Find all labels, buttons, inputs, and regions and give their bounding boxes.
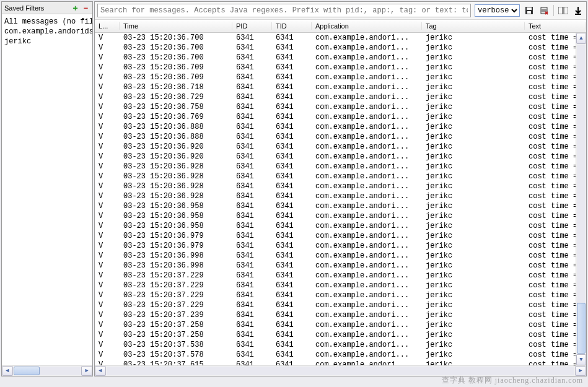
scroll-thumb-v[interactable] bbox=[577, 303, 586, 354]
table-row[interactable]: V03-23 15:20:36.92863416341com.example.a… bbox=[95, 181, 576, 191]
filter-list[interactable]: All messages (no filt com.example.andori… bbox=[2, 14, 92, 365]
table-row[interactable]: V03-23 15:20:36.70063416341com.example.a… bbox=[95, 43, 576, 53]
log-level-select[interactable]: verbose bbox=[475, 4, 520, 17]
table-row[interactable]: V03-23 15:20:36.95863416341com.example.a… bbox=[95, 221, 576, 231]
log-tag: jerikc bbox=[422, 142, 525, 151]
scroll-left-icon[interactable]: ◄ bbox=[2, 366, 13, 376]
table-row[interactable]: V03-23 15:20:37.61563416341com.example.a… bbox=[95, 360, 576, 365]
clear-log-icon[interactable] bbox=[538, 5, 550, 16]
log-tid: 6341 bbox=[272, 133, 312, 141]
scroll-left-icon[interactable]: ◄ bbox=[95, 366, 106, 376]
toggle-columns-icon[interactable] bbox=[558, 5, 569, 16]
table-row[interactable]: V03-23 15:20:36.92063416341com.example.a… bbox=[95, 152, 576, 162]
scroll-track-v[interactable] bbox=[577, 45, 586, 354]
log-pid: 6341 bbox=[232, 73, 272, 82]
log-tag: jerikc bbox=[422, 162, 525, 171]
table-row[interactable]: V03-23 15:20:37.22963416341com.example.a… bbox=[95, 300, 576, 310]
table-row[interactable]: V03-23 15:20:36.99863416341com.example.a… bbox=[95, 261, 576, 271]
remove-filter-icon[interactable]: － bbox=[82, 4, 90, 12]
col-application[interactable]: Application bbox=[312, 22, 422, 30]
table-row[interactable]: V03-23 15:20:36.97963416341com.example.a… bbox=[95, 241, 576, 251]
scroll-down-icon[interactable]: ▼ bbox=[576, 354, 586, 365]
col-tid[interactable]: TID bbox=[272, 22, 312, 30]
log-time: 03-23 15:20:37.258 bbox=[120, 321, 232, 329]
add-filter-icon[interactable]: ＋ bbox=[71, 4, 79, 12]
log-pid: 6341 bbox=[232, 43, 272, 52]
log-vertical-scrollbar[interactable]: ▲ ▼ bbox=[576, 33, 586, 365]
table-row[interactable]: V03-23 15:20:36.88863416341com.example.a… bbox=[95, 122, 576, 132]
log-level: V bbox=[95, 331, 120, 339]
table-row[interactable]: V03-23 15:20:36.99863416341com.example.a… bbox=[95, 251, 576, 261]
scroll-lock-icon[interactable] bbox=[573, 5, 584, 16]
table-row[interactable]: V03-23 15:20:36.72963416341com.example.a… bbox=[95, 92, 576, 102]
table-row[interactable]: V03-23 15:20:36.70963416341com.example.a… bbox=[95, 63, 576, 72]
table-row[interactable]: V03-23 15:20:36.92063416341com.example.a… bbox=[95, 142, 576, 152]
table-row[interactable]: V03-23 15:20:37.25863416341com.example.a… bbox=[95, 320, 576, 330]
table-row[interactable]: V03-23 15:20:36.92863416341com.example.a… bbox=[95, 172, 576, 181]
log-time: 03-23 15:20:36.958 bbox=[120, 222, 232, 230]
table-row[interactable]: V03-23 15:20:37.22963416341com.example.a… bbox=[95, 280, 576, 290]
log-application: com.example.andori... bbox=[312, 142, 422, 151]
table-row[interactable]: V03-23 15:20:36.97963416341com.example.a… bbox=[95, 231, 576, 241]
table-row[interactable]: V03-23 15:20:36.70963416341com.example.a… bbox=[95, 72, 576, 82]
log-tag: jerikc bbox=[422, 350, 525, 359]
save-log-icon[interactable] bbox=[524, 5, 535, 16]
log-pid: 6341 bbox=[232, 251, 272, 260]
scroll-up-icon[interactable]: ▲ bbox=[576, 33, 586, 44]
log-pid: 6341 bbox=[232, 291, 272, 300]
table-row[interactable]: V03-23 15:20:36.88863416341com.example.a… bbox=[95, 132, 576, 142]
log-horizontal-scrollbar[interactable]: ◄ ► bbox=[95, 365, 586, 376]
table-row[interactable]: V03-23 15:20:37.53863416341com.example.a… bbox=[95, 340, 576, 350]
log-tid: 6341 bbox=[272, 142, 312, 151]
log-time: 03-23 15:20:37.229 bbox=[120, 301, 232, 310]
log-level: V bbox=[95, 103, 120, 111]
table-row[interactable]: V03-23 15:20:37.25863416341com.example.a… bbox=[95, 330, 576, 340]
scroll-track[interactable] bbox=[14, 367, 81, 375]
col-level[interactable]: L... bbox=[95, 22, 120, 30]
saved-filters-sidebar: Saved Filters ＋ － All messages (no filt … bbox=[1, 1, 93, 376]
log-application: com.example.andori... bbox=[312, 232, 422, 240]
table-row[interactable]: V03-23 15:20:36.95863416341com.example.a… bbox=[95, 211, 576, 221]
log-tid: 6341 bbox=[272, 63, 312, 72]
log-tag: jerikc bbox=[422, 93, 525, 102]
table-row[interactable]: V03-23 15:20:36.92863416341com.example.a… bbox=[95, 162, 576, 172]
col-text[interactable]: Text bbox=[525, 22, 586, 30]
log-application: com.example.andori... bbox=[312, 152, 422, 161]
filter-item-app[interactable]: com.example.andoridst bbox=[2, 27, 92, 37]
log-tid: 6341 bbox=[272, 162, 312, 171]
table-row[interactable]: V03-23 15:20:36.71863416341com.example.a… bbox=[95, 82, 576, 92]
scroll-right-icon[interactable]: ► bbox=[81, 366, 92, 376]
table-row[interactable]: V03-23 15:20:37.22963416341com.example.a… bbox=[95, 271, 576, 280]
table-row[interactable]: V03-23 15:20:37.22963416341com.example.a… bbox=[95, 290, 576, 300]
table-row[interactable]: V03-23 15:20:37.23963416341com.example.a… bbox=[95, 310, 576, 320]
log-text: cost time = 1 bbox=[525, 212, 576, 220]
scroll-right-icon[interactable]: ► bbox=[575, 366, 586, 376]
log-time: 03-23 15:20:36.729 bbox=[120, 93, 232, 102]
log-level: V bbox=[95, 241, 120, 250]
table-body[interactable]: V03-23 15:20:36.70063416341com.example.a… bbox=[95, 33, 576, 365]
table-row[interactable]: V03-23 15:20:36.92863416341com.example.a… bbox=[95, 191, 576, 201]
search-input[interactable] bbox=[97, 4, 471, 17]
filter-item-all-messages[interactable]: All messages (no filt bbox=[2, 17, 92, 27]
table-row[interactable]: V03-23 15:20:36.70063416341com.example.a… bbox=[95, 53, 576, 63]
filter-item-tag[interactable]: jerikc bbox=[2, 37, 92, 46]
table-row[interactable]: V03-23 15:20:36.75863416341com.example.a… bbox=[95, 102, 576, 112]
log-level: V bbox=[95, 53, 120, 62]
table-row[interactable]: V03-23 15:20:36.76963416341com.example.a… bbox=[95, 112, 576, 122]
scroll-track-h[interactable] bbox=[107, 367, 574, 375]
log-tag: jerikc bbox=[422, 251, 525, 260]
table-row[interactable]: V03-23 15:20:36.95863416341com.example.a… bbox=[95, 201, 576, 211]
scroll-thumb[interactable] bbox=[14, 367, 40, 375]
col-time[interactable]: Time bbox=[120, 22, 232, 30]
log-application: com.example.andori... bbox=[312, 212, 422, 220]
table-row[interactable]: V03-23 15:20:37.57863416341com.example.a… bbox=[95, 350, 576, 360]
log-tag: jerikc bbox=[422, 281, 525, 290]
log-text: cost time = 0 bbox=[525, 93, 576, 102]
col-pid[interactable]: PID bbox=[232, 22, 272, 30]
sidebar-horizontal-scrollbar[interactable]: ◄ ► bbox=[2, 365, 92, 376]
col-tag[interactable]: Tag bbox=[422, 22, 525, 30]
table-row[interactable]: V03-23 15:20:36.70063416341com.example.a… bbox=[95, 33, 576, 43]
log-pid: 6341 bbox=[232, 311, 272, 320]
log-time: 03-23 15:20:36.998 bbox=[120, 251, 232, 260]
log-application: com.example.andori... bbox=[312, 93, 422, 102]
